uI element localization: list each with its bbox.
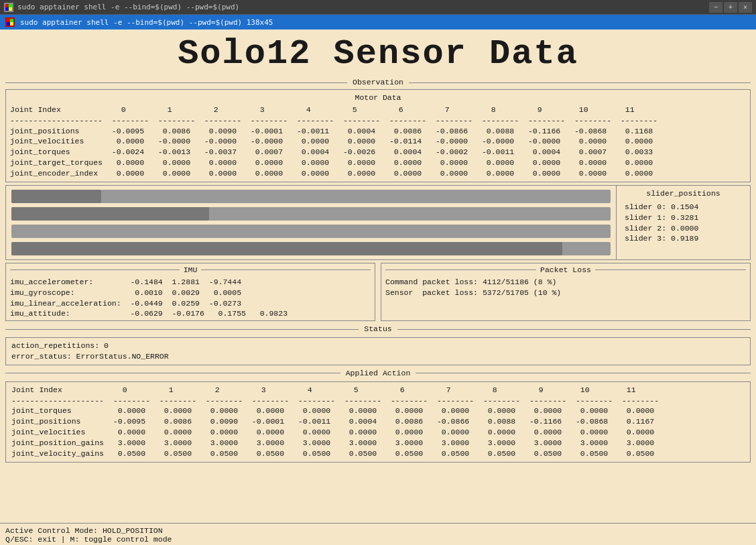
observation-line-left (5, 82, 347, 83)
bottom-bar: Active Control Mode: HOLD_POSITION Q/ESC… (0, 523, 756, 545)
slider-bar-3 (11, 242, 611, 255)
slider-0-bg (11, 190, 611, 203)
slider-3-bg (11, 242, 611, 255)
svg-rect-2 (5, 7, 9, 11)
terminal: Solo12 Sensor Data Observation Motor Dat… (0, 29, 756, 523)
slider-0-fill (11, 190, 101, 203)
slider-1-fill (11, 207, 209, 221)
svg-rect-1 (9, 4, 12, 7)
title-bar-text: sudo apptainer shell -e --bind=$(pwd) --… (17, 3, 239, 11)
imu-dash-left (10, 269, 180, 270)
close-button[interactable]: × (739, 2, 752, 13)
motor-data-table: Joint Index 0 1 2 3 4 5 6 7 8 9 10 11 --… (10, 105, 746, 179)
packet-loss-box: Packet Loss Command packet loss: 4112/51… (381, 263, 751, 321)
app-icon (5, 17, 15, 27)
slider-section-label: slider_positions (625, 188, 742, 199)
svg-rect-4 (7, 19, 10, 22)
maximize-button[interactable]: + (724, 2, 737, 13)
imu-box: IMU imu_accelerometer: -0.1484 1.2881 -9… (5, 263, 375, 321)
main-title: Solo12 Sensor Data (5, 35, 751, 73)
slider-values-box: slider_positions slider 0: 0.1504 slider… (617, 185, 751, 260)
slider-1-bg (11, 207, 611, 221)
status-header: Status (5, 324, 751, 335)
slider-bar-1 (11, 207, 611, 221)
slider-section: slider_positions slider 0: 0.1504 slider… (5, 185, 751, 260)
minimize-button[interactable]: − (709, 2, 722, 13)
svg-rect-3 (9, 7, 12, 11)
observation-header: Observation (5, 77, 751, 88)
packet-data: Command packet loss: 4112/51186 (8 %) Se… (385, 277, 746, 298)
svg-rect-0 (5, 4, 9, 7)
motor-data-label: Motor Data (10, 93, 746, 103)
observation-label: Observation (347, 77, 409, 88)
window-icon (4, 3, 13, 12)
slider-bars-box (5, 185, 617, 260)
status-label: Status (359, 324, 397, 335)
motor-data-box: Motor Data Joint Index 0 1 2 3 4 5 6 7 8… (5, 89, 751, 182)
title-bar-buttons: − + × (709, 2, 752, 13)
status-line-left (5, 329, 359, 330)
title-bar-left: sudo apptainer shell -e --bind=$(pwd) --… (4, 3, 239, 12)
status-box: action_repetitions: 0 error_status: Erro… (5, 337, 751, 365)
applied-action-box: Joint Index 0 1 2 3 4 5 6 7 8 9 10 11 --… (5, 381, 751, 463)
applied-label: Applied Action (340, 368, 416, 379)
svg-rect-6 (7, 22, 10, 25)
slider-values: slider 0: 0.1504 slider 1: 0.3281 slider… (625, 202, 742, 244)
packet-dash-right (595, 269, 746, 270)
slider-3-fill (11, 242, 562, 255)
help-text: Q/ESC: exit | M: toggle control mode (5, 535, 751, 544)
applied-action-header: Applied Action (5, 368, 751, 379)
packet-dash-left (385, 269, 536, 270)
imu-title-line: IMU (10, 265, 371, 276)
imu-data: imu_accelerometer: -0.1484 1.2881 -9.744… (10, 277, 371, 319)
packet-label: Packet Loss (536, 265, 595, 276)
slider-2-bg (11, 225, 611, 238)
status-line-right (397, 329, 751, 330)
second-bar-text: sudo apptainer shell -e --bind=$(pwd) --… (20, 18, 273, 27)
title-bar: sudo apptainer shell -e --bind=$(pwd) --… (0, 0, 756, 15)
status-data: action_repetitions: 0 error_status: Erro… (11, 341, 745, 362)
svg-rect-5 (10, 19, 13, 22)
window: sudo apptainer shell -e --bind=$(pwd) --… (0, 0, 756, 545)
imu-packet-row: IMU imu_accelerometer: -0.1484 1.2881 -9… (5, 263, 751, 321)
observation-line-right (409, 82, 751, 83)
second-bar: sudo apptainer shell -e --bind=$(pwd) --… (0, 15, 756, 29)
slider-bar-0 (11, 190, 611, 203)
packet-title-line: Packet Loss (385, 265, 746, 276)
applied-line-right (416, 373, 751, 373)
imu-dash-right (201, 269, 371, 270)
control-mode-text: Active Control Mode: HOLD_POSITION (5, 526, 751, 535)
applied-line-left (5, 373, 340, 373)
imu-label: IMU (180, 265, 202, 276)
slider-bar-2 (11, 225, 611, 238)
applied-action-table: Joint Index 0 1 2 3 4 5 6 7 8 9 10 11 --… (11, 385, 745, 459)
svg-rect-7 (10, 22, 13, 25)
